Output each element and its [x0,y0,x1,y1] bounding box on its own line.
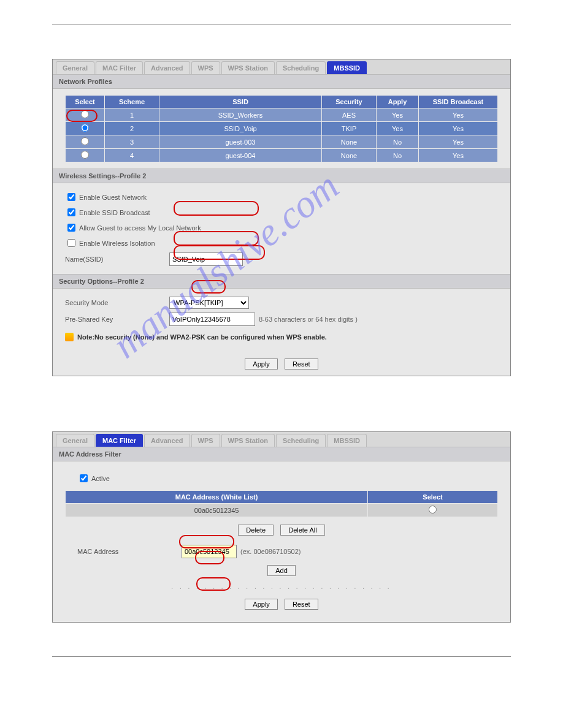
mac-address-hint: (ex. 00e086710502) [240,548,301,555]
tab-scheduling[interactable]: Scheduling [276,61,326,74]
add-button[interactable]: Add [267,565,296,576]
col-security: Security [322,96,376,108]
enable-isolation-label: Enable Wireless Isolation [79,240,155,247]
page-top-rule [52,25,511,25]
tabs-bar-1: General MAC Filter Advanced WPS WPS Stat… [53,59,510,74]
col-broadcast: SSID Broadcast [419,96,497,108]
tab-advanced[interactable]: Advanced [144,434,190,447]
tab-scheduling[interactable]: Scheduling [276,434,326,447]
wps-note: Note:No security (None) and WPA2-PSK can… [65,328,498,346]
table-row: 3 guest-003 None No Yes [66,135,497,148]
profile-radio-2[interactable] [81,124,89,132]
separator-dots: . . . . . . . . . . . . . . . . . . . . … [65,581,498,593]
tab-mac-filter[interactable]: MAC Filter [96,61,143,74]
tab-advanced[interactable]: Advanced [144,61,190,74]
wireless-settings-header: Wireless Settings--Profile 2 [53,169,510,183]
warning-icon [65,333,74,341]
security-mode-select[interactable]: WPA-PSK[TKIP] [169,297,249,309]
table-row: 4 guest-004 None No Yes [66,149,497,162]
mbssid-panel: General MAC Filter Advanced WPS WPS Stat… [52,59,511,376]
tab-wps[interactable]: WPS [191,434,220,447]
mac-row-radio[interactable] [429,506,437,514]
tab-mbssid[interactable]: MBSSID [327,434,367,447]
name-ssid-label: Name(SSID) [65,256,169,263]
active-label: Active [91,475,110,482]
apply-button[interactable]: Apply [245,599,278,610]
psk-input[interactable] [169,313,255,326]
mac-address-input[interactable] [182,545,237,558]
mac-whitelist-table: MAC Address (White List) Select 00a0c501… [65,490,498,517]
psk-label: Pre-Shared Key [65,316,169,323]
network-profiles-header: Network Profiles [53,74,510,89]
tab-general[interactable]: General [56,434,94,447]
tab-wps[interactable]: WPS [191,61,220,74]
allow-guest-label: Allow Guest to access My Local Network [79,224,201,232]
enable-guest-label: Enable Guest Network [79,194,147,201]
name-ssid-input[interactable] [169,252,243,266]
apply-button[interactable]: Apply [245,358,278,370]
tab-mac-filter[interactable]: MAC Filter [96,434,143,447]
tab-wps-station[interactable]: WPS Station [221,434,275,447]
reset-button[interactable]: Reset [285,599,318,610]
tab-mbssid[interactable]: MBSSID [327,61,367,74]
profile-radio-4[interactable] [81,151,89,159]
mac-address-label: MAC Address [77,548,182,555]
tab-wps-station[interactable]: WPS Station [221,61,275,74]
mac-filter-panel: General MAC Filter Advanced WPS WPS Stat… [52,431,511,623]
enable-broadcast-label: Enable SSID Broadcast [79,209,150,216]
network-profiles-table: Select Scheme SSID Security Apply SSID B… [65,95,498,162]
psk-hint: 8-63 characters or 64 hex digits ) [259,316,358,323]
col-select: Select [368,491,497,503]
table-row: 2 SSID_Voip TKIP Yes Yes [66,122,497,135]
enable-isolation-checkbox[interactable] [67,239,75,247]
security-options-header: Security Options--Profile 2 [53,274,510,289]
enable-guest-checkbox[interactable] [67,193,75,201]
col-select: Select [66,96,104,108]
active-checkbox[interactable] [80,474,88,482]
col-mac: MAC Address (White List) [66,491,367,503]
tab-general[interactable]: General [56,61,94,74]
col-scheme: Scheme [105,96,159,108]
enable-broadcast-checkbox[interactable] [67,208,75,216]
mac-address-filter-header: MAC Address Filter [53,447,510,461]
profile-radio-3[interactable] [81,137,89,145]
note-text: Note:No security (None) and WPA2-PSK can… [77,333,327,341]
tabs-bar-2: General MAC Filter Advanced WPS WPS Stat… [53,432,510,447]
col-ssid: SSID [159,96,321,108]
delete-button[interactable]: Delete [238,525,274,536]
table-row: 00a0c5012345 [66,504,497,517]
security-mode-label: Security Mode [65,299,169,306]
page-bottom-rule [52,656,511,657]
reset-button[interactable]: Reset [285,358,318,370]
allow-guest-checkbox[interactable] [67,224,75,232]
delete-all-button[interactable]: Delete All [280,525,324,536]
table-row: 1 SSID_Workers AES Yes Yes [66,108,497,121]
col-apply: Apply [377,96,418,108]
profile-radio-1[interactable] [81,110,89,118]
